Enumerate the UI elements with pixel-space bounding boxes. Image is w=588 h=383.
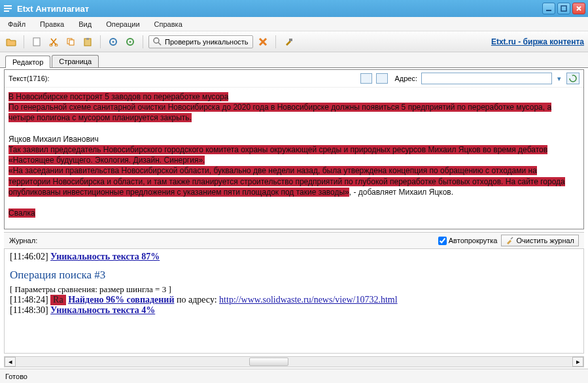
svg-rect-0 (4, 5, 12, 7)
check-uniqueness-button[interactable]: Проверить уникальность (148, 35, 253, 48)
svg-rect-3 (546, 10, 551, 11)
app-title: Etxt Антиплагиат (17, 4, 542, 14)
operation-title: Операция поиска #3 (10, 269, 578, 282)
clear-journal-label: Очистить журнал (516, 237, 574, 244)
menu-ops[interactable]: Операции (103, 18, 142, 30)
timestamp: [11:48:30] (10, 305, 48, 315)
horizontal-scrollbar[interactable]: ◂ ▸ (4, 356, 584, 367)
match-link[interactable]: Найдено 96% совпадений (68, 295, 174, 305)
autoscroll-checkbox[interactable]: Автопрокрутка (438, 237, 498, 245)
journal-body: [11:46:02] Уникальность текста 87% Опера… (4, 249, 584, 354)
minimize-button[interactable] (542, 3, 555, 14)
scroll-right-icon[interactable]: ▸ (572, 357, 583, 367)
cut-icon[interactable] (46, 35, 61, 49)
gear-green-icon[interactable] (123, 35, 137, 49)
dropdown-icon[interactable]: ▾ (556, 75, 562, 83)
svg-rect-17 (289, 39, 292, 41)
maximize-button[interactable] (557, 3, 570, 14)
match-mid: по адресу: (177, 295, 219, 305)
match-url[interactable]: http://www.solidwaste.ru/news/view/10732… (219, 295, 397, 305)
cancel-icon[interactable] (256, 35, 270, 49)
tab-page[interactable]: Страница (52, 55, 99, 67)
uniqueness-link[interactable]: Уникальность текста 4% (50, 305, 155, 315)
address-input[interactable] (421, 73, 552, 84)
text-line: , - добавляет Михаил Яцков. (349, 188, 453, 197)
journal-row: [11:46:02] Уникальность текста 87% (10, 252, 578, 262)
journal-header: Журнал: Автопрокрутка Очистить журнал (4, 232, 584, 249)
scroll-left-icon[interactable]: ◂ (5, 357, 16, 367)
svg-rect-2 (4, 10, 9, 12)
paste-icon[interactable] (80, 35, 95, 49)
text-line: «На заседании правительства Новосибирско… (9, 166, 565, 196)
autoscroll-input[interactable] (438, 237, 447, 245)
svg-rect-5 (33, 38, 40, 46)
timestamp: [11:46:02] (10, 252, 48, 261)
address-label: Адрес: (394, 75, 417, 82)
text-line: Так заявил председатель Новосибирского г… (9, 145, 547, 165)
status-text: Готово (5, 373, 27, 380)
tab-editor[interactable]: Редактор (5, 56, 50, 68)
view-mode2-icon[interactable] (376, 73, 388, 84)
svg-point-16 (154, 38, 159, 43)
editor-text-area[interactable]: В Новосибирске построят 5 заводов по пер… (5, 88, 583, 229)
toolbar-separator (275, 35, 276, 48)
toolbar: Проверить уникальность Etxt.ru - биржа к… (0, 31, 588, 52)
svg-rect-11 (86, 38, 89, 40)
menu-help[interactable]: Справка (152, 18, 185, 30)
title-bar: Etxt Антиплагиат (0, 0, 588, 17)
toolbar-separator (100, 35, 101, 48)
toolbar-separator (24, 35, 24, 48)
refresh-button[interactable] (566, 73, 579, 84)
editor-header: Текст(1716): Адрес: ▾ (5, 70, 583, 88)
status-bar: Готово (0, 369, 588, 383)
text-line: По генеральной схеме санитарной очистки … (9, 103, 551, 122)
uniqueness-link[interactable]: Уникальность текста 87% (50, 252, 160, 261)
hammer-icon[interactable] (281, 35, 296, 49)
menu-view[interactable]: Вид (76, 18, 94, 30)
badge-ra: Ra (50, 295, 66, 305)
operation-params: [ Параметры сравнения: размер шингла = 3… (10, 284, 578, 295)
scroll-track[interactable] (16, 357, 572, 367)
text-line: В Новосибирске построят 5 заводов по пер… (9, 92, 228, 101)
open-folder-icon[interactable] (4, 35, 18, 49)
svg-rect-9 (69, 40, 74, 45)
new-doc-icon[interactable] (29, 35, 44, 49)
journal-label: Журнал: (9, 237, 37, 244)
clear-journal-button[interactable]: Очистить журнал (501, 235, 579, 246)
menu-edit[interactable]: Правка (37, 18, 67, 30)
broom-icon (506, 237, 513, 244)
menu-bar: Файл Правка Вид Операции Справка (0, 17, 588, 31)
svg-rect-4 (561, 6, 566, 11)
svg-point-15 (130, 41, 131, 42)
toolbar-separator (143, 35, 143, 48)
editor-panel: Текст(1716): Адрес: ▾ В Новосибирске пос… (4, 69, 584, 229)
journal-row: [11:48:30] Уникальность текста 4% (10, 305, 578, 316)
check-uniqueness-label: Проверить уникальность (165, 38, 249, 46)
menu-file[interactable]: Файл (5, 18, 28, 30)
timestamp: [11:48:24] (10, 295, 48, 305)
view-mode-icon[interactable] (360, 73, 372, 84)
autoscroll-label: Автопрокрутка (449, 237, 498, 244)
svg-point-13 (112, 41, 114, 42)
magnifier-icon (153, 37, 162, 46)
gear-blue-icon[interactable] (106, 35, 120, 49)
journal-row: [11:48:24] Ra Найдено 96% совпадений по … (10, 295, 578, 305)
text-line: Свалка (9, 208, 35, 218)
close-button[interactable] (572, 3, 585, 14)
etxt-link[interactable]: Etxt.ru - биржа контента (491, 37, 584, 46)
svg-rect-1 (4, 8, 12, 9)
copy-icon[interactable] (63, 35, 78, 49)
text-line: Яцков Михаил Иванович (9, 135, 99, 144)
app-icon (3, 3, 13, 14)
tab-strip: Редактор Страница (0, 52, 588, 68)
scroll-thumb[interactable] (249, 358, 288, 366)
text-count-label: Текст(1716): (9, 75, 50, 82)
